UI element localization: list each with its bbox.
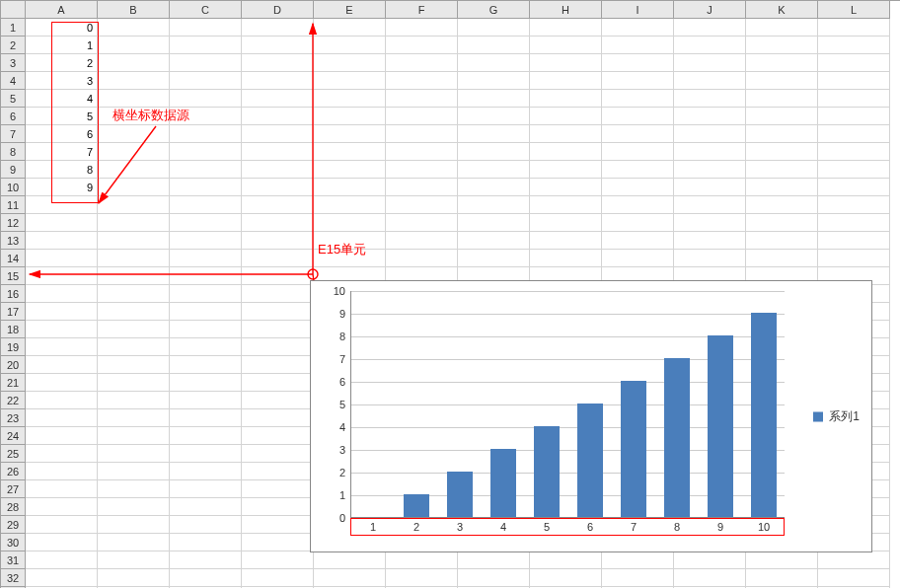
cell[interactable] — [602, 551, 674, 569]
cell[interactable] — [746, 19, 818, 37]
cell[interactable] — [26, 232, 98, 250]
row-header[interactable]: 29 — [1, 516, 26, 534]
cell[interactable] — [602, 54, 674, 72]
cell[interactable] — [386, 250, 458, 267]
cell[interactable] — [458, 143, 530, 161]
column-header[interactable]: G — [458, 1, 530, 19]
cell[interactable] — [602, 179, 674, 196]
cell[interactable] — [386, 551, 458, 569]
cell[interactable] — [26, 534, 98, 551]
cell[interactable] — [746, 37, 818, 54]
cell[interactable] — [386, 54, 458, 72]
cell[interactable] — [26, 321, 98, 338]
row-header[interactable]: 21 — [1, 374, 26, 392]
cell[interactable] — [242, 196, 314, 214]
cell[interactable] — [458, 161, 530, 179]
cell[interactable] — [170, 551, 242, 569]
cell[interactable] — [746, 108, 818, 125]
cell[interactable] — [386, 179, 458, 196]
cell[interactable] — [98, 480, 170, 498]
cell[interactable] — [818, 179, 890, 196]
cell[interactable] — [26, 250, 98, 267]
row-header[interactable]: 14 — [1, 250, 26, 267]
column-header[interactable]: J — [674, 1, 746, 19]
cell[interactable] — [170, 250, 242, 267]
cell[interactable] — [170, 321, 242, 338]
cell[interactable] — [314, 125, 386, 143]
cell[interactable] — [98, 72, 170, 90]
cell[interactable] — [170, 90, 242, 108]
cell[interactable] — [170, 267, 242, 285]
cell[interactable] — [674, 90, 746, 108]
cell[interactable] — [170, 338, 242, 356]
cell[interactable] — [530, 232, 602, 250]
cell[interactable] — [386, 143, 458, 161]
cell[interactable] — [98, 498, 170, 516]
cell[interactable] — [314, 108, 386, 125]
cell[interactable] — [746, 161, 818, 179]
cell[interactable] — [674, 54, 746, 72]
cell[interactable] — [458, 108, 530, 125]
cell[interactable] — [746, 125, 818, 143]
cell[interactable] — [386, 569, 458, 587]
row-header[interactable]: 30 — [1, 534, 26, 551]
cell[interactable] — [98, 445, 170, 463]
cell[interactable] — [314, 37, 386, 54]
cell[interactable] — [170, 125, 242, 143]
cell[interactable] — [602, 108, 674, 125]
cell[interactable] — [242, 303, 314, 321]
cell[interactable] — [26, 516, 98, 534]
row-header[interactable]: 28 — [1, 498, 26, 516]
cell[interactable] — [530, 551, 602, 569]
row-header[interactable]: 11 — [1, 196, 26, 214]
cell[interactable] — [98, 196, 170, 214]
cell[interactable] — [242, 90, 314, 108]
cell[interactable] — [314, 569, 386, 587]
chart-object[interactable]: 01234567891012345678910 系列1 — [310, 280, 872, 552]
cell[interactable] — [98, 143, 170, 161]
cell[interactable] — [458, 90, 530, 108]
cell[interactable] — [602, 569, 674, 587]
cell[interactable] — [98, 90, 170, 108]
cell[interactable] — [602, 232, 674, 250]
cell[interactable] — [674, 72, 746, 90]
cell[interactable] — [530, 72, 602, 90]
cell[interactable] — [170, 356, 242, 374]
cell[interactable] — [98, 374, 170, 392]
cell[interactable] — [242, 37, 314, 54]
row-header[interactable]: 19 — [1, 338, 26, 356]
row-header[interactable]: 25 — [1, 445, 26, 463]
cell[interactable] — [314, 551, 386, 569]
row-header[interactable]: 31 — [1, 551, 26, 569]
cell[interactable] — [98, 267, 170, 285]
cell[interactable] — [98, 463, 170, 480]
cell[interactable] — [818, 232, 890, 250]
cell[interactable] — [242, 480, 314, 498]
column-header[interactable]: B — [98, 1, 170, 19]
cell[interactable] — [242, 214, 314, 232]
cell[interactable] — [458, 214, 530, 232]
cell[interactable] — [674, 179, 746, 196]
cell[interactable] — [314, 72, 386, 90]
cell[interactable] — [602, 125, 674, 143]
cell[interactable] — [98, 179, 170, 196]
row-header[interactable]: 6 — [1, 108, 26, 125]
cell[interactable] — [170, 54, 242, 72]
cell[interactable] — [170, 374, 242, 392]
cell[interactable] — [674, 125, 746, 143]
cell[interactable] — [530, 54, 602, 72]
cell[interactable] — [26, 409, 98, 427]
cell[interactable] — [818, 250, 890, 267]
cell[interactable] — [98, 516, 170, 534]
row-header[interactable]: 12 — [1, 214, 26, 232]
cell[interactable] — [98, 427, 170, 445]
cell[interactable] — [170, 37, 242, 54]
column-header[interactable]: K — [746, 1, 818, 19]
row-header[interactable]: 3 — [1, 54, 26, 72]
cell[interactable] — [458, 551, 530, 569]
cell[interactable] — [98, 356, 170, 374]
cell[interactable] — [242, 108, 314, 125]
cell[interactable] — [242, 338, 314, 356]
cell[interactable] — [818, 196, 890, 214]
cell[interactable] — [746, 72, 818, 90]
